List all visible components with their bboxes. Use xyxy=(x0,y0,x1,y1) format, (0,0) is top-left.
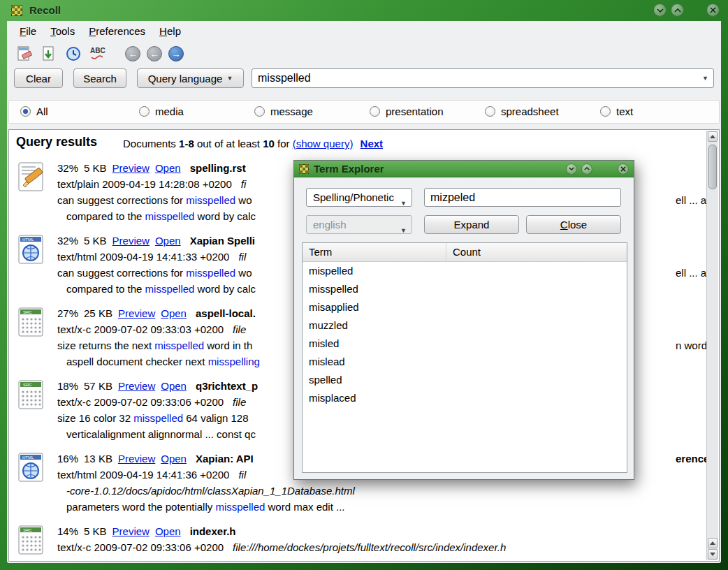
highlighted-term: misspelled xyxy=(154,339,204,351)
search-button[interactable]: Search xyxy=(73,68,126,88)
term-row[interactable]: mispelled xyxy=(303,262,627,280)
term-input[interactable] xyxy=(424,188,621,207)
open-link[interactable]: Open xyxy=(155,525,181,537)
clear-button-label: Clear xyxy=(26,73,51,85)
result-title: indexer.h xyxy=(190,525,236,537)
close-button[interactable]: Close xyxy=(526,215,621,234)
highlighted-term: misspelling xyxy=(208,356,260,367)
open-link[interactable]: Open xyxy=(161,307,187,319)
titlebar[interactable]: Recoll xyxy=(7,0,721,21)
scrollbar-thumb[interactable] xyxy=(708,145,717,189)
source-file-icon: SRC xyxy=(15,378,48,448)
scroll-down-icon[interactable] xyxy=(708,549,718,560)
chevron-down-icon: ▼ xyxy=(400,222,407,240)
term-row[interactable]: spelled xyxy=(303,371,627,389)
term-explorer-icon[interactable]: ABC xyxy=(89,45,107,63)
open-link[interactable]: Open xyxy=(155,162,181,174)
highlighted-term: misspelled xyxy=(145,210,195,222)
query-language-dropdown[interactable]: Query language▼ xyxy=(137,68,244,88)
menu-file[interactable]: File xyxy=(13,23,43,39)
file-path-continued: -core-1.0.12/docs/apidoc/html/classXapia… xyxy=(66,485,355,497)
term-row[interactable]: misplaced xyxy=(303,389,627,407)
expand-button[interactable]: Expand xyxy=(424,215,519,234)
file-size: 5 KB xyxy=(84,162,107,174)
term-row[interactable]: misspelled xyxy=(303,280,627,298)
preview-link[interactable]: Preview xyxy=(118,307,155,319)
snippet-line: parameters word the potentially misspell… xyxy=(57,499,702,515)
file-path: file xyxy=(233,396,246,408)
term-row[interactable]: misapplied xyxy=(303,298,627,316)
shade-icon[interactable] xyxy=(566,163,577,175)
radio-icon xyxy=(20,106,31,117)
open-link[interactable]: Open xyxy=(155,235,181,247)
shade-icon[interactable] xyxy=(653,3,667,17)
result-title: Xapian: API xyxy=(196,453,254,465)
filter-spreadsheet[interactable]: spreadsheet xyxy=(485,105,559,117)
radio-icon xyxy=(139,106,150,117)
filter-media[interactable]: media xyxy=(139,105,184,117)
filter-message[interactable]: message xyxy=(254,105,313,117)
filter-all[interactable]: All xyxy=(20,105,48,117)
term-table: Term Count mispelledmisspelledmisapplied… xyxy=(302,242,627,473)
term-row[interactable]: muzzled xyxy=(303,316,627,335)
filter-label: media xyxy=(155,105,184,117)
filter-presentation[interactable]: presentation xyxy=(370,105,444,117)
term-row[interactable]: mislead xyxy=(303,353,627,371)
history-icon[interactable] xyxy=(64,45,82,63)
mime-and-date: text/x-c 2009-07-02 09:33:03 +0200 xyxy=(57,323,224,335)
results-scrollbar[interactable] xyxy=(706,131,718,560)
highlighted-term: misspelled xyxy=(186,194,235,206)
preview-link[interactable]: Preview xyxy=(112,525,150,537)
file-path: fil xyxy=(238,251,246,263)
previous-page-icon[interactable]: ← xyxy=(147,46,162,61)
query-combobox: ▼ xyxy=(252,68,714,88)
window-title: Recoll xyxy=(29,4,61,16)
term-explorer-titlebar[interactable]: Term Explorer xyxy=(294,161,634,177)
filter-label: message xyxy=(270,105,313,117)
file-size: 5 KB xyxy=(84,525,107,537)
close-button-label: Close xyxy=(560,219,587,231)
highlighted-term: misspelled xyxy=(145,283,195,295)
file-path: file xyxy=(233,323,246,335)
filter-text[interactable]: text xyxy=(600,105,633,117)
open-link[interactable]: Open xyxy=(161,380,187,392)
relevance-percent: 27% xyxy=(57,307,78,319)
preview-link[interactable]: Preview xyxy=(112,235,150,247)
preview-link[interactable]: Preview xyxy=(112,162,150,174)
first-page-icon[interactable]: ← xyxy=(125,46,140,61)
column-header-term[interactable]: Term xyxy=(303,243,446,261)
expansion-mode-dropdown[interactable]: Spelling/Phonetic ▼ xyxy=(306,188,412,207)
close-icon[interactable] xyxy=(706,3,720,17)
unshade-icon[interactable] xyxy=(671,3,684,17)
svg-text:HTML: HTML xyxy=(22,238,34,242)
svg-text:SRC: SRC xyxy=(23,383,32,387)
preview-link[interactable]: Preview xyxy=(118,453,155,465)
recoll-logo-icon xyxy=(11,5,22,16)
next-page-icon[interactable]: → xyxy=(168,46,184,61)
query-history-arrow-icon[interactable]: ▼ xyxy=(702,75,708,82)
menu-help[interactable]: Help xyxy=(152,23,188,39)
clear-search-icon[interactable] xyxy=(15,45,34,63)
result-title: aspell-local. xyxy=(196,307,256,319)
mime-and-date: text/x-c 2009-07-02 09:33:06 +0200 xyxy=(57,541,224,553)
open-link[interactable]: Open xyxy=(161,453,187,465)
menu-tools[interactable]: Tools xyxy=(43,23,82,39)
close-icon[interactable] xyxy=(618,163,629,175)
menu-preferences[interactable]: Preferences xyxy=(82,23,152,39)
column-header-count[interactable]: Count xyxy=(446,243,627,261)
scroll-up-icon[interactable] xyxy=(708,131,718,142)
preview-link[interactable]: Preview xyxy=(118,380,155,392)
term-row[interactable]: misled xyxy=(303,335,627,353)
recoll-logo-icon xyxy=(299,164,309,174)
expand-button-label: Expand xyxy=(454,219,490,231)
unshade-icon[interactable] xyxy=(581,163,592,175)
radio-icon xyxy=(370,106,380,117)
clear-button[interactable]: Clear xyxy=(14,68,63,88)
svg-text:SRC: SRC xyxy=(23,310,32,314)
filter-bar: Allmediamessagepresentationspreadsheette… xyxy=(8,100,720,124)
filter-label: presentation xyxy=(386,105,444,117)
export-icon[interactable] xyxy=(40,45,58,63)
relevance-percent: 32% xyxy=(57,235,78,247)
query-input[interactable] xyxy=(252,68,714,88)
scroll-up2-icon[interactable] xyxy=(708,538,718,548)
